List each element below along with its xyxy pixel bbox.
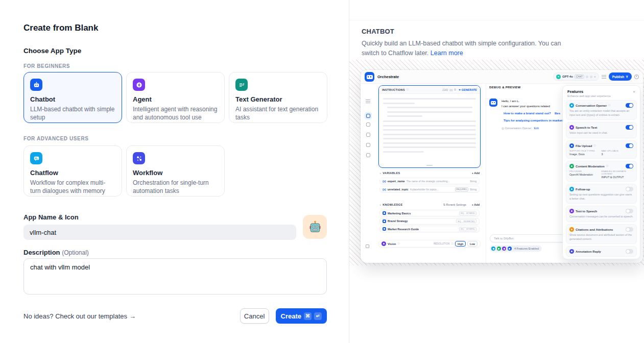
description-label: Description (Optional): [23, 249, 89, 256]
templates-link[interactable]: No ideas? Check out our templates→: [23, 312, 136, 320]
resolution-low-chip: Low: [467, 241, 478, 247]
document-icon: [383, 227, 386, 231]
chatbot-preview-graphic: Orchestrate ✦ GPT-4o CHAT ∨ Publish∨: [361, 70, 643, 263]
robot-emoji-icon: [308, 220, 322, 234]
app-type-card-text-generator[interactable]: Text Generator AI assistant for text gen…: [229, 72, 327, 123]
card-title: Text Generator: [235, 95, 321, 103]
card-title: Workflow: [133, 169, 218, 177]
skeleton-line: [383, 138, 476, 139]
instructions-panel: INSTRUCTIONS ⓘ 2182 {x} ⧉ ✦ GENERATE: [378, 85, 481, 168]
instructions-skeleton: [379, 94, 480, 153]
document-icon: [383, 211, 386, 215]
app-type-card-chatflow[interactable]: Chatflow Workflow for complex multi-turn…: [23, 145, 122, 197]
mini-publish-button: Publish∨: [609, 72, 632, 81]
info-icon: ⓘ: [608, 104, 611, 107]
edit-link: Edit: [534, 127, 539, 130]
skeleton-line: [383, 103, 415, 104]
app-type-card-chatbot[interactable]: Chatbot LLM-based chatbot with simple se…: [23, 72, 122, 123]
feature-item: Text to SpeechConversation messages can …: [566, 206, 637, 222]
skeleton-line: [383, 151, 424, 153]
sidebar-active-icon: [365, 112, 372, 119]
add-knowledge-button: + Add: [472, 203, 480, 206]
rerank-settings-button: ⇅ Rerank Settings: [443, 203, 466, 206]
info-icon: ⓘ: [606, 165, 609, 167]
feature-item: Citations and AttributionsShow source do…: [566, 224, 637, 244]
features-enabled-chips: 4 Features Enabled: [490, 246, 542, 252]
chevron-down-icon: ∨: [594, 75, 596, 78]
modal-footer: No ideas? Check out our templates→ Cance…: [23, 308, 327, 324]
copy-icon: ⧉: [454, 88, 456, 91]
agent-icon: [133, 79, 145, 91]
feature-item: Content ModerationⓘPROVIDEROpenAI Modera…: [566, 161, 637, 182]
knowledge-row: Market Research GuideHQ · HYBRID: [379, 226, 480, 232]
drag-handle: [426, 165, 433, 166]
chatbot-icon: [30, 79, 42, 91]
bot-message: Hello, I am L.: [502, 100, 519, 103]
feature-item: Follow-upSetting up next questions sugge…: [566, 184, 637, 204]
chevron-down-icon: ∨: [626, 75, 628, 79]
info-icon: ⓘ: [397, 242, 400, 245]
learn-more-link[interactable]: Learn more: [431, 50, 463, 57]
info-icon: ⓘ: [451, 242, 454, 245]
knowledge-header: ∨ KNOWLEDGE ⇅ Rerank Settings + Add: [379, 203, 480, 206]
bot-avatar: [489, 99, 497, 107]
chatflow-icon: [30, 152, 42, 164]
description-textarea[interactable]: [23, 258, 327, 295]
variable-row: {x}unrelated_topicA placeholder for topi…: [379, 186, 480, 192]
preview-description: Quickly build an LLM-based chatbot with …: [362, 39, 570, 58]
resolution-high-chip: High: [455, 241, 466, 247]
info-icon: ⓘ: [593, 144, 596, 147]
feature-icon: [569, 249, 574, 254]
feature-chip-icon: [491, 247, 495, 251]
cancel-button[interactable]: Cancel: [240, 308, 269, 324]
card-desc: Intelligent agent with reasoning and aut…: [133, 105, 218, 121]
card-desc: LLM-based chatbot with simple setup: [30, 105, 115, 121]
feature-icon: [569, 227, 574, 232]
app-name-input[interactable]: [23, 225, 296, 240]
features-panel: Features ✕ Enhance web app user experien…: [562, 85, 640, 259]
panel-top-band: [349, 0, 644, 20]
create-button[interactable]: Create ⌘ ↵: [276, 308, 327, 324]
variables-header: ∨ VARIABLES + Add: [379, 172, 480, 175]
sliders-icon: [366, 100, 370, 103]
skeleton-line: [383, 129, 476, 131]
card-title: Agent: [133, 95, 218, 103]
mic-icon: [586, 76, 588, 78]
feature-icon: [569, 187, 574, 191]
feature-icon: [569, 103, 574, 108]
feature-toggle: [626, 187, 633, 191]
skeleton-line: [387, 107, 472, 108]
chevron-down-icon: ∨: [379, 204, 381, 206]
app-type-card-agent[interactable]: Agent Intelligent agent with reasoning a…: [126, 72, 225, 123]
mini-model-selector: ✦ GPT-4o CHAT ∨: [553, 72, 599, 81]
history-icon: [634, 75, 639, 79]
feature-chip-icon: [508, 247, 512, 251]
app-icon-picker[interactable]: [303, 215, 327, 239]
mini-orchestrate-title: Orchestrate: [377, 75, 399, 79]
feature-toggle: [626, 103, 633, 108]
knowledge-row: Brand StrategyHQ · INVERTED: [379, 218, 480, 225]
app-type-card-workflow[interactable]: Workflow Orchestration for single-turn a…: [126, 145, 225, 197]
suggested-question: Tips for analyzing competitors in market: [504, 119, 562, 122]
arrow-right-icon: →: [129, 312, 136, 320]
skeleton-line: [387, 111, 472, 113]
feature-item: Annotation Reply: [566, 246, 637, 257]
document-icon: [383, 219, 386, 223]
knowledge-row: Marketing BasicsHQ · HYBRID: [379, 210, 480, 216]
column-divider: [486, 84, 486, 263]
beginner-cards-row: Chatbot LLM-based chatbot with simple se…: [23, 72, 327, 123]
card-desc: Orchestration for single-turn automation…: [133, 179, 218, 195]
feature-chip-icon: [502, 247, 506, 251]
hatched-background: Orchestrate ✦ GPT-4o CHAT ∨ Publish∨: [349, 60, 644, 265]
feature-item: Speech to TextVoice input can be used in…: [566, 122, 637, 138]
model-settings-icon: [602, 75, 606, 79]
feature-item: Conversation OpenerⓘYou are an entity ex…: [566, 100, 637, 120]
feature-icon: [569, 209, 574, 213]
optional-label: (Optional): [62, 249, 89, 256]
features-subtitle: Enhance web app user experience: [563, 94, 640, 100]
debug-preview-label: DEBUG & PREVIEW: [489, 86, 521, 89]
add-variable-button: + Add: [472, 172, 480, 175]
chevron-down-icon: ∨: [379, 172, 381, 175]
text-generator-icon: [235, 79, 248, 91]
mini-header: Orchestrate ✦ GPT-4o CHAT ∨ Publish∨: [361, 70, 643, 84]
